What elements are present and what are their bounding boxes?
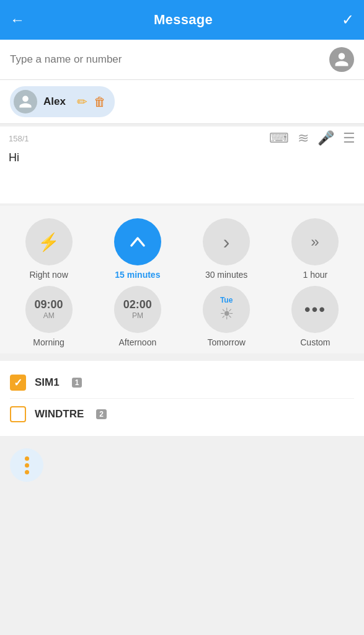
voice-wave-icon[interactable]: ≋ [298, 130, 309, 146]
schedule-15-minutes[interactable]: 15 minutes [114, 218, 161, 280]
list-icon[interactable]: ☰ [343, 130, 355, 146]
compose-area: 158/1 ⌨ ≋ 🎤 ☰ Hi [0, 127, 364, 203]
windtre-row: WINDTRE 2 [10, 399, 354, 430]
schedule-morning[interactable]: 09:00 AM Morning [25, 286, 73, 347]
morning-label: Morning [33, 337, 64, 347]
header: ← Message ✓ [0, 0, 364, 40]
morning-circle[interactable]: 09:00 AM [25, 286, 73, 333]
15-minutes-circle[interactable] [114, 218, 161, 265]
schedule-1-hour[interactable]: » 1 hour [291, 218, 339, 280]
compose-toolbar: ⌨ ≋ 🎤 ☰ [269, 130, 355, 146]
tomorrow-day: Tue [220, 296, 233, 304]
afternoon-ampm: PM [132, 311, 143, 320]
schedule-area: ⚡ Right now 15 minutes › 30 minutes » 1 … [0, 206, 364, 353]
schedule-custom[interactable]: ••• Custom [291, 286, 339, 347]
tomorrow-label: Tomorrow [207, 337, 245, 347]
30-minutes-circle[interactable]: › [203, 218, 250, 265]
right-now-label: Right now [29, 270, 68, 280]
custom-circle[interactable]: ••• [291, 286, 339, 333]
recipient-area [0, 40, 364, 80]
compose-meta: 158/1 ⌨ ≋ 🎤 ☰ [0, 127, 364, 148]
custom-label: Custom [300, 337, 330, 347]
1-hour-label: 1 hour [303, 270, 328, 280]
fab-dot-2 [25, 463, 29, 468]
sim1-checkbox[interactable]: ✓ [10, 375, 26, 391]
recipient-chips-area: Alex ✏ 🗑 [0, 80, 364, 124]
15-minutes-label: 15 minutes [115, 270, 160, 280]
contact-icon [334, 51, 350, 68]
schedule-right-now[interactable]: ⚡ Right now [25, 218, 73, 280]
message-text[interactable]: Hi [0, 148, 364, 203]
sim-selection-area: ✓ SIM1 1 WINDTRE 2 [0, 361, 364, 436]
sun-icon: ☀ [220, 304, 234, 324]
page-title: Message [154, 12, 213, 28]
chip-name: Alex [43, 95, 66, 108]
windtre-badge: 2 [96, 409, 107, 419]
right-now-circle[interactable]: ⚡ [25, 218, 73, 265]
fab-area [0, 436, 364, 492]
recipient-input[interactable] [10, 53, 322, 66]
schedule-afternoon[interactable]: 02:00 PM Afternoon [114, 286, 161, 347]
keyboard-icon[interactable]: ⌨ [269, 130, 289, 146]
schedule-tomorrow[interactable]: Tue ☀ Tomorrow [203, 286, 250, 347]
microphone-icon[interactable]: 🎤 [317, 130, 334, 146]
fab-button[interactable] [10, 448, 43, 482]
fab-dot-3 [25, 470, 29, 474]
chevron-up-icon [127, 231, 149, 253]
morning-ampm: AM [43, 311, 55, 320]
afternoon-label: Afternoon [119, 337, 157, 347]
tomorrow-circle[interactable]: Tue ☀ [203, 286, 250, 333]
back-button[interactable]: ← [10, 11, 25, 29]
schedule-30-minutes[interactable]: › 30 minutes [203, 218, 250, 280]
chip-delete-button[interactable]: 🗑 [94, 95, 106, 109]
windtre-checkbox[interactable] [10, 406, 26, 422]
30-minutes-label: 30 minutes [205, 270, 247, 280]
schedule-grid: ⚡ Right now 15 minutes › 30 minutes » 1 … [6, 218, 358, 347]
character-count: 158/1 [9, 134, 29, 143]
contact-picker-button[interactable] [329, 47, 354, 72]
chip-actions: ✏ 🗑 [77, 94, 106, 109]
sim1-badge: 1 [72, 378, 82, 388]
fab-dot-1 [25, 456, 29, 461]
recipient-chip: Alex ✏ 🗑 [10, 86, 115, 117]
chip-edit-button[interactable]: ✏ [77, 94, 87, 109]
check-icon: ✓ [14, 378, 22, 388]
1-hour-circle[interactable]: » [291, 218, 339, 265]
windtre-name: WINDTRE [35, 408, 84, 420]
sim1-row: ✓ SIM1 1 [10, 367, 354, 399]
afternoon-circle[interactable]: 02:00 PM [114, 286, 161, 333]
confirm-button[interactable]: ✓ [342, 11, 354, 29]
chip-avatar-icon [18, 94, 33, 109]
afternoon-time: 02:00 [123, 299, 152, 311]
sim1-name: SIM1 [35, 376, 60, 389]
morning-time: 09:00 [35, 299, 63, 311]
chip-avatar [14, 90, 37, 113]
